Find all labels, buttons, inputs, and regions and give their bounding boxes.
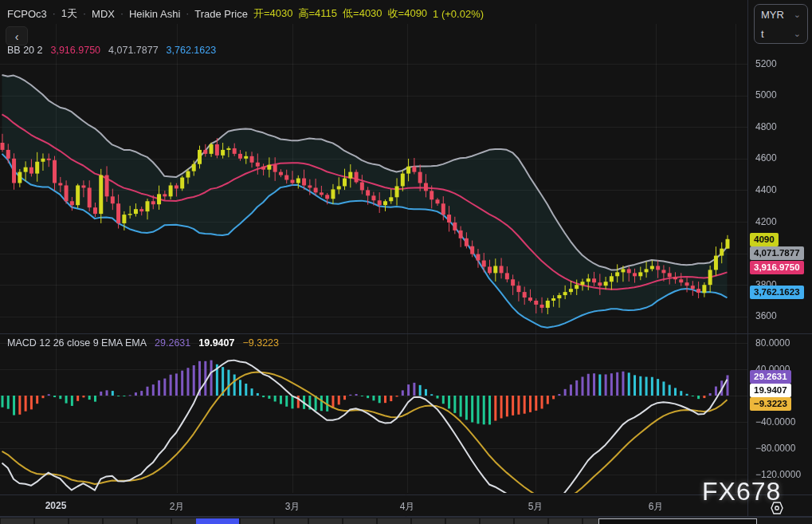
price-badge: 4090 bbox=[750, 233, 779, 246]
axis-tick-label: 4600 bbox=[755, 152, 777, 164]
chevron-down-icon: ⌄ bbox=[794, 10, 801, 20]
scrollbar-segment[interactable] bbox=[1, 518, 33, 524]
separator-dot: · bbox=[83, 8, 86, 19]
scrollbar-segment[interactable] bbox=[446, 518, 479, 524]
currency-dropdown[interactable]: MYR ⌄ bbox=[755, 5, 807, 24]
price-badge: 3,762.1623 bbox=[750, 286, 804, 299]
separator-dot: · bbox=[120, 8, 124, 19]
macd-line-value: 19.9407 bbox=[198, 337, 234, 349]
close-value: 收=4090 bbox=[388, 6, 428, 21]
scrollbar-segment[interactable] bbox=[69, 518, 102, 524]
scrollbar-segment[interactable] bbox=[241, 518, 273, 524]
bb-title: BB 20 2 bbox=[7, 45, 42, 56]
scrollbar-segment[interactable] bbox=[138, 518, 171, 524]
scrollbar-segment[interactable] bbox=[481, 518, 513, 524]
scrollbar-range-box[interactable] bbox=[598, 518, 757, 524]
scrollbar-segment[interactable] bbox=[378, 518, 410, 524]
main-chart-canvas[interactable] bbox=[0, 0, 812, 524]
axis-tick-label: −80.0000 bbox=[755, 443, 795, 455]
macd-signal-value: −9.3223 bbox=[242, 337, 279, 349]
axis-tick-label: 80.0000 bbox=[755, 337, 790, 349]
back-button[interactable]: ‹ bbox=[6, 26, 28, 45]
time-axis-label[interactable]: 2月 bbox=[153, 500, 201, 514]
scrollbar-segment[interactable] bbox=[104, 518, 136, 524]
scrollbar-segment[interactable] bbox=[412, 518, 445, 524]
price-badge: 29.2631 bbox=[750, 370, 791, 384]
scrollbar-segment[interactable] bbox=[343, 518, 376, 524]
time-axis-label[interactable]: 4月 bbox=[383, 500, 431, 514]
price-badge: 3,916.9750 bbox=[750, 261, 804, 274]
macd-title: MACD 12 26 close 9 EMA EMA bbox=[7, 337, 147, 349]
axis-tick-label: 4200 bbox=[755, 216, 777, 228]
macd-indicator-legend[interactable]: MACD 12 26 close 9 EMA EMA 29.2631 19.94… bbox=[7, 337, 279, 349]
change-value: 1 (+0.02%) bbox=[433, 8, 484, 20]
price-badge: 19.9407 bbox=[750, 384, 791, 397]
open-value: 开=4030 bbox=[253, 6, 293, 21]
scrollbar-segment[interactable] bbox=[35, 518, 68, 524]
time-axis-label[interactable]: 6月 bbox=[632, 500, 680, 514]
axis-tick-label: 4400 bbox=[755, 184, 777, 196]
macd-hist-value: 29.2631 bbox=[155, 337, 190, 349]
axis-tick-label: 5200 bbox=[755, 58, 777, 70]
interval-button[interactable]: 1天 bbox=[61, 6, 77, 21]
fx678-logo-icon bbox=[771, 502, 783, 518]
symbol-toolbar: FCPOc3 · 1天 · MDX · Heikin Ashi · Trade … bbox=[7, 6, 484, 21]
axis-tick-label: 3600 bbox=[755, 310, 777, 322]
separator-dot: · bbox=[186, 8, 189, 19]
chart-window: FCPOc3 · 1天 · MDX · Heikin Ashi · Trade … bbox=[0, 0, 812, 524]
unit-value: t bbox=[761, 28, 764, 40]
price-badge: 4,071.7877 bbox=[750, 246, 804, 260]
currency-value: MYR bbox=[761, 9, 784, 21]
price-badge: −9.3223 bbox=[750, 397, 791, 411]
scrollbar-segment[interactable] bbox=[515, 518, 547, 524]
price-type-label: Trade Price bbox=[194, 8, 248, 20]
exchange-label: MDX bbox=[92, 8, 115, 20]
high-value: 高=4115 bbox=[299, 6, 338, 21]
symbol-name[interactable]: FCPOc3 bbox=[7, 8, 47, 20]
bb-upper-value: 4,071.7877 bbox=[108, 45, 159, 56]
bb-indicator-legend[interactable]: BB 20 2 3,916.9750 4,071.7877 3,762.1623 bbox=[7, 45, 216, 56]
bb-lower-value: 3,762.1623 bbox=[167, 45, 217, 56]
time-axis-label[interactable]: 2025 bbox=[32, 500, 80, 511]
scrollbar-segment[interactable] bbox=[275, 518, 308, 524]
scrollbar-segment[interactable] bbox=[549, 518, 582, 524]
chart-scrollbar[interactable] bbox=[0, 517, 812, 524]
bb-basis-value: 3,916.9750 bbox=[50, 45, 100, 56]
time-axis-label[interactable]: 3月 bbox=[269, 500, 316, 514]
separator-dot: · bbox=[53, 8, 56, 19]
unit-dropdown[interactable]: t ⌄ bbox=[755, 24, 807, 43]
low-value: 低=4030 bbox=[343, 6, 382, 21]
scrollbar-segment[interactable] bbox=[309, 518, 342, 524]
axis-tick-label: 4800 bbox=[755, 121, 777, 133]
fx678-watermark: FX678 bbox=[702, 477, 781, 506]
chevron-down-icon: ⌄ bbox=[794, 29, 801, 39]
chart-style-button[interactable]: Heikin Ashi bbox=[129, 8, 180, 20]
axis-unit-selector: MYR ⌄ t ⌄ bbox=[754, 4, 808, 44]
axis-tick-label: 5000 bbox=[755, 89, 777, 101]
scrollbar-active-segment[interactable] bbox=[196, 518, 239, 524]
axis-tick-label: −40.0000 bbox=[755, 416, 795, 428]
time-axis-label[interactable]: 5月 bbox=[512, 500, 559, 514]
